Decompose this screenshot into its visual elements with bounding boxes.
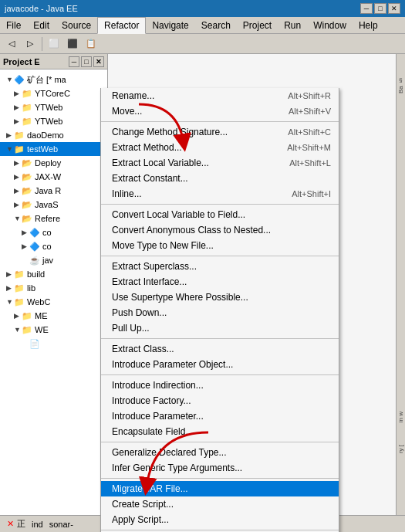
sep-2 — [101, 204, 339, 205]
menu-introduce-param-obj[interactable]: Introduce Parameter Object... — [101, 357, 339, 372]
menu-convert-local[interactable]: Convert Local Variable to Field... — [101, 207, 339, 222]
menu-help[interactable]: Help — [353, 17, 384, 33]
status-item-sonar: sonar- — [49, 520, 73, 529]
menu-convert-anon[interactable]: Convert Anonymous Class to Nested... — [101, 222, 339, 238]
menu-navigate[interactable]: Navigate — [146, 17, 194, 33]
menu-extract-superclass[interactable]: Extract Superclass... — [101, 259, 339, 274]
tree-item-co2[interactable]: ▶ 🔷 co — [0, 239, 107, 253]
menu-extract-class-label: Extract Class... — [112, 344, 174, 354]
menu-move-type[interactable]: Move Type to New File... — [101, 238, 339, 253]
menu-introduce-indir[interactable]: Introduce Indirection... — [101, 378, 339, 393]
editor-hint-mid: in w — [397, 412, 404, 422]
tree-arrow-refere: ▼ — [14, 215, 22, 222]
toolbar-btn-3[interactable]: ⬜ — [46, 36, 62, 52]
menu-migrate-jar-label: Migrate JAR File... — [112, 483, 188, 494]
tree-item-jav[interactable]: ☕ jav — [0, 253, 107, 267]
tree-item-root[interactable]: ▼ 🔷 矿台 [* ma — [0, 73, 107, 86]
close-button[interactable]: ✕ — [388, 3, 400, 14]
panel-minimize-btn[interactable]: ─ — [69, 56, 79, 67]
tree-arrow-javas: ▶ — [14, 201, 22, 208]
menu-encapsulate-field[interactable]: Encapsulate Field... — [101, 424, 339, 439]
menu-extract-class[interactable]: Extract Class... — [101, 341, 339, 357]
tree-item-ytcorec[interactable]: ▶ 📁 YTCoreC — [0, 86, 107, 100]
menu-apply-script[interactable]: Apply Script... — [101, 512, 339, 527]
tree-item-refere[interactable]: ▼ 📂 Refere — [0, 212, 107, 225]
status-label-errors: 正 — [17, 518, 25, 530]
tree-label-ytweb2: YTWeb — [35, 117, 62, 126]
tree-arrow-lib: ▶ — [6, 284, 14, 292]
tree-icon-co1: 🔷 — [29, 228, 40, 238]
tree-icon-lib: 📁 — [14, 283, 25, 293]
menu-edit[interactable]: Edit — [27, 17, 56, 33]
menu-infer-generic-label: Infer Generic Type Arguments... — [112, 463, 242, 473]
menu-window[interactable]: Window — [307, 17, 353, 33]
tree-icon-ytcorec: 📁 — [22, 89, 32, 99]
tree-container: ▼ 🔷 矿台 [* ma ▶ 📁 YTCoreC ▶ 📁 YTWeb ▶ 📁 — [0, 69, 107, 354]
menu-create-script[interactable]: Create Script... — [101, 496, 339, 512]
menu-extract-method-shortcut: Alt+Shift+M — [287, 143, 331, 152]
menu-push-down[interactable]: Push Down... — [101, 305, 339, 320]
tree-item-testweb[interactable]: ▼ 📁 testWeb — [0, 142, 107, 156]
menu-infer-generic[interactable]: Infer Generic Type Arguments... — [101, 460, 339, 476]
toolbar-btn-5[interactable]: 📋 — [83, 36, 100, 52]
menu-extract-constant-label: Extract Constant... — [112, 173, 188, 184]
menu-generalize-type[interactable]: Generalize Declared Type... — [101, 445, 339, 460]
menu-project[interactable]: Project — [237, 17, 278, 33]
menu-move-shortcut: Alt+Shift+V — [289, 107, 331, 116]
menu-use-supertype[interactable]: Use Supertype Where Possible... — [101, 290, 339, 305]
menu-file[interactable]: File — [0, 17, 27, 33]
right-panel-indicator: Ba § in w ry [ — [396, 54, 405, 515]
menu-run[interactable]: Run — [278, 17, 307, 33]
menu-search[interactable]: Search — [195, 17, 237, 33]
menu-extract-interface[interactable]: Extract Interface... — [101, 274, 339, 290]
tree-item-lib[interactable]: ▶ 📁 lib — [0, 281, 107, 295]
toolbar-btn-1[interactable]: ◁ — [3, 36, 20, 52]
menu-source[interactable]: Source — [56, 17, 97, 33]
menu-inline[interactable]: Inline... Alt+Shift+I — [101, 186, 339, 202]
tree-icon-deploy: 📂 — [22, 158, 32, 168]
tree-arrow-we: ▼ — [14, 326, 22, 334]
menu-bar: File Edit Source Refactor Navigate Searc… — [0, 17, 405, 34]
tree-item-ytweb2[interactable]: ▶ 📁 YTWeb — [0, 114, 107, 128]
tree-item-file[interactable]: 📄 — [0, 337, 107, 351]
toolbar-btn-2[interactable]: ▷ — [22, 36, 39, 52]
tree-item-javas[interactable]: ▶ 📂 JavaS — [0, 198, 107, 212]
menu-pull-up[interactable]: Pull Up... — [101, 320, 339, 336]
menu-refactor[interactable]: Refactor — [97, 17, 146, 34]
menu-use-supertype-label: Use Supertype Where Possible... — [112, 292, 248, 303]
menu-extract-superclass-label: Extract Superclass... — [112, 261, 197, 272]
menu-migrate-jar[interactable]: Migrate JAR File... — [101, 481, 339, 496]
menu-introduce-factory[interactable]: Introduce Factory... — [101, 393, 339, 408]
menu-introduce-param[interactable]: Introduce Parameter... — [101, 408, 339, 424]
maximize-button[interactable]: □ — [374, 3, 386, 14]
tree-item-me[interactable]: ▶ 📁 ME — [0, 309, 107, 323]
tree-item-build[interactable]: ▶ 📁 build — [0, 267, 107, 281]
tree-item-jaxw[interactable]: ▶ 📂 JAX-W — [0, 170, 107, 184]
status-label-sonar: sonar- — [49, 520, 73, 529]
sep-6 — [101, 442, 339, 442]
sep-5 — [101, 374, 339, 375]
menu-change-method-sig[interactable]: Change Method Signature... Alt+Shift+C — [101, 124, 339, 140]
tree-item-co1[interactable]: ▶ 🔷 co — [0, 225, 107, 239]
tree-arrow-co2: ▶ — [22, 242, 29, 250]
tree-icon-testweb: 📁 — [14, 144, 25, 154]
panel-title-controls: ─ □ ✕ — [69, 56, 104, 67]
tree-item-webc[interactable]: ▼ 📁 WebC — [0, 295, 107, 309]
tree-item-deploy[interactable]: ▶ 📂 Deploy — [0, 156, 107, 170]
tree-arrow-jaxw: ▶ — [14, 173, 22, 181]
tree-item-javar[interactable]: ▶ 📂 Java R — [0, 184, 107, 198]
menu-extract-constant[interactable]: Extract Constant... — [101, 171, 339, 186]
panel-close-btn[interactable]: ✕ — [93, 56, 104, 67]
menu-extract-local-var[interactable]: Extract Local Variable... Alt+Shift+L — [101, 155, 339, 171]
toolbar-btn-4[interactable]: ⬛ — [64, 36, 81, 52]
tree-item-ytweb1[interactable]: ▶ 📁 YTWeb — [0, 100, 107, 114]
menu-rename[interactable]: Rename... Alt+Shift+R — [101, 88, 339, 103]
menu-move[interactable]: Move... Alt+Shift+V — [101, 103, 339, 119]
tree-item-daodemo[interactable]: ▶ 📁 daoDemo — [0, 128, 107, 142]
panel-title: Project E — [3, 57, 40, 66]
tree-arrow-me: ▶ — [14, 312, 22, 320]
minimize-button[interactable]: ─ — [360, 3, 373, 14]
menu-extract-method[interactable]: Extract Method... Alt+Shift+M — [101, 140, 339, 155]
tree-item-we[interactable]: ▼ 📁 WE — [0, 323, 107, 337]
panel-maximize-btn[interactable]: □ — [81, 56, 92, 67]
